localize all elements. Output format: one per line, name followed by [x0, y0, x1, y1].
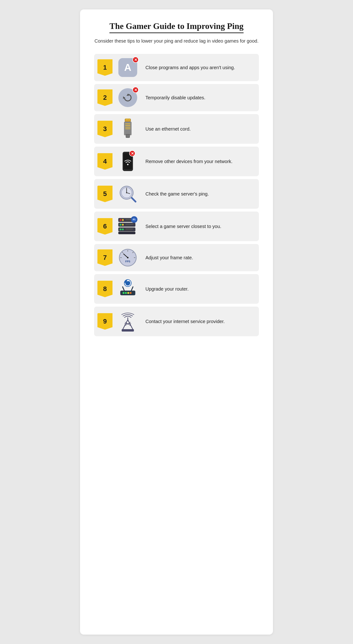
icon-area-5 — [115, 183, 141, 204]
svg-point-17 — [126, 192, 127, 194]
svg-rect-67 — [122, 329, 134, 332]
refresh-icon — [122, 92, 133, 103]
svg-rect-6 — [125, 125, 130, 126]
svg-rect-37 — [132, 218, 136, 221]
svg-line-19 — [132, 198, 136, 202]
number-badge-3: 3 — [98, 121, 112, 137]
tower-icon — [118, 311, 137, 332]
item-text-9: Contact your internet service provider. — [143, 319, 253, 324]
list-item: 8 — [94, 274, 259, 304]
close-badge-icon: ✕ — [129, 150, 135, 156]
router-icon — [118, 278, 137, 300]
number-badge-8: 8 — [98, 281, 112, 297]
number-badge-9: 9 — [98, 313, 112, 330]
main-card: The Gamer Guide to Improving Ping Consid… — [80, 10, 273, 634]
svg-point-26 — [120, 224, 122, 226]
item-text-6: Select a game server closest to you. — [143, 224, 253, 229]
number-badge-1: 1 — [98, 59, 112, 76]
svg-line-62 — [122, 320, 128, 330]
close-badge-icon: ✕ — [132, 57, 138, 63]
icon-area-8 — [115, 278, 141, 300]
list-item: 7 FPS — [94, 244, 259, 271]
svg-point-12 — [127, 164, 128, 165]
svg-rect-1 — [126, 118, 126, 120]
item-text-4: Remove other devices from your network. — [143, 159, 253, 164]
number-badge-4: 4 — [98, 153, 112, 170]
icon-area-1: A ✕ — [115, 58, 141, 77]
svg-rect-28 — [126, 224, 134, 225]
icon-area-7: FPS — [115, 248, 141, 267]
svg-rect-38 — [134, 218, 135, 218]
list-item: 3 — [94, 114, 259, 144]
svg-text:FPS: FPS — [125, 260, 130, 263]
svg-rect-34 — [126, 230, 132, 230]
item-text-7: Adjust your frame rate. — [143, 255, 253, 260]
list-item: 5 — [94, 179, 259, 209]
svg-point-18 — [126, 188, 127, 188]
svg-line-63 — [128, 320, 133, 330]
svg-line-60 — [131, 287, 133, 290]
item-text-2: Temporarily disable updates. — [143, 95, 253, 100]
number-badge-5: 5 — [98, 186, 112, 202]
icon-area-9 — [115, 311, 141, 332]
svg-rect-33 — [126, 228, 134, 230]
item-text-1: Close programs and apps you aren't using… — [143, 65, 253, 70]
number-badge-7: 7 — [98, 250, 112, 266]
icon-area-6 — [115, 216, 141, 237]
svg-rect-7 — [125, 127, 130, 128]
item-text-5: Check the game server's ping. — [143, 191, 253, 197]
svg-rect-9 — [126, 134, 130, 138]
header: The Gamer Guide to Improving Ping Consid… — [94, 21, 259, 44]
list-item: 2 ✕ Temporarily disable updates. — [94, 84, 259, 111]
number-badge-6: 6 — [98, 218, 112, 234]
svg-point-58 — [130, 292, 132, 294]
list-item: 1 A ✕ Close programs and apps you aren't… — [94, 54, 259, 81]
svg-point-32 — [122, 228, 124, 230]
list-item: 9 — [94, 306, 259, 336]
number-badge-2: 2 — [98, 90, 112, 106]
icon-area-2: ✕ — [115, 88, 141, 107]
svg-point-22 — [122, 219, 124, 221]
clock-magnifier-icon — [117, 183, 138, 204]
ethernet-icon — [121, 118, 135, 140]
item-text-8: Upgrade your router. — [143, 286, 253, 292]
update-disable-icon: ✕ — [118, 88, 137, 107]
svg-point-21 — [120, 219, 122, 221]
svg-point-31 — [120, 228, 122, 230]
tips-list: 1 A ✕ Close programs and apps you aren't… — [94, 54, 259, 336]
svg-rect-3 — [129, 118, 130, 120]
svg-point-56 — [125, 292, 127, 294]
svg-point-50 — [127, 257, 128, 258]
svg-line-59 — [122, 287, 124, 290]
page-title: The Gamer Guide to Improving Ping — [110, 21, 244, 33]
list-item: 4 ✕ Remove other de — [94, 146, 259, 176]
svg-rect-2 — [128, 118, 128, 120]
icon-area-4: ✕ — [115, 151, 141, 172]
svg-point-57 — [127, 292, 129, 294]
svg-point-55 — [122, 292, 124, 294]
icon-area-3 — [115, 118, 141, 140]
app-close-icon: A ✕ — [118, 58, 137, 77]
svg-rect-24 — [126, 220, 131, 221]
svg-rect-5 — [125, 124, 130, 124]
fps-meter-icon: FPS — [118, 248, 137, 267]
subtitle: Consider these tips to lower your ping a… — [94, 38, 259, 44]
svg-rect-29 — [126, 225, 130, 226]
list-item: 6 — [94, 212, 259, 241]
game-server-icon — [117, 216, 138, 237]
phone-wifi-icon: ✕ — [121, 151, 135, 172]
svg-point-40 — [134, 219, 135, 220]
svg-point-27 — [122, 224, 124, 226]
close-badge-icon: ✕ — [132, 87, 138, 93]
item-text-3: Use an ethernet cord. — [143, 126, 253, 132]
svg-rect-8 — [125, 128, 130, 129]
svg-rect-42 — [133, 219, 134, 220]
svg-rect-35 — [118, 232, 135, 234]
